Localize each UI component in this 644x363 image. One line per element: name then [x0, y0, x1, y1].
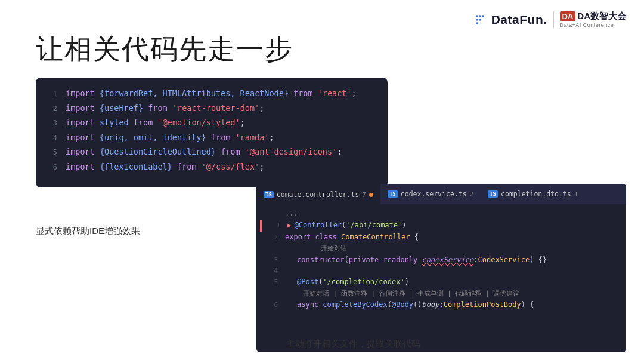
ide-code-content: ... 1 ▶ @Controller('/api/comate') 2 exp… — [256, 204, 626, 315]
da-title: DA数智大会 — [577, 11, 626, 22]
svg-point-4 — [479, 19, 481, 21]
ide-line-6: 6 async completeByCodex ( @Body () body … — [260, 299, 626, 311]
page-title: 让相关代码先走一步 — [36, 31, 293, 68]
tab-label-2: codex.service.ts — [401, 190, 467, 198]
tab-label-3: completion.dto.ts — [501, 190, 571, 198]
da-subtitle: Data+AI Conference — [560, 22, 614, 28]
svg-point-5 — [476, 22, 478, 24]
ide-line-4: 4 — [260, 266, 626, 276]
tab-count-1: 7 — [362, 191, 366, 199]
ide-line-3: 3 constructor ( private readonly codexSe… — [260, 254, 626, 266]
ide-line-5: 5 @Post ( '/completion/codex' ) — [260, 276, 626, 288]
ide-line-2: 2 export class ComateController { — [260, 232, 626, 244]
code-line-1: 1 import {forwardRef, HTMLAttributes, Re… — [45, 87, 376, 100]
ts-badge-3: TS — [488, 190, 498, 198]
code-block-top: 1 import {forwardRef, HTMLAttributes, Re… — [36, 78, 388, 187]
logo-divider — [553, 11, 554, 28]
tab-unsaved-dot-1 — [369, 193, 373, 197]
ide-line-1: 1 ▶ @Controller('/api/comate') — [260, 220, 626, 232]
ide-line-ellipsis: ... — [260, 208, 626, 220]
svg-point-3 — [476, 19, 478, 21]
datafun-logo: DataFun. — [476, 13, 547, 27]
da-conference-logo: DA DA数智大会 Data+AI Conference — [560, 11, 626, 28]
ts-badge-1: TS — [264, 191, 274, 198]
comment-zh-options: 开始对话 | 函数注释 | 行间注释 | 生成单测 | 代码解释 | 调优建议 — [303, 288, 519, 299]
datafun-logo-icon — [476, 15, 489, 24]
tab-completion-dto[interactable]: TS completion.dto.ts 1 — [481, 184, 585, 204]
tab-label-1: comate.controller.ts — [277, 190, 359, 199]
tab-codex-service[interactable]: TS codex.service.ts 2 — [380, 184, 481, 204]
label-open-related: 主动打开相关文件，提取关联代码 — [286, 339, 420, 350]
tab-count-2: 2 — [470, 190, 474, 198]
datafun-logo-text: DataFun. — [491, 13, 547, 27]
code-line-3: 3 import styled from '@emotion/styled'; — [45, 116, 376, 130]
ide-line-comment-2: 开始对话 | 函数注释 | 行间注释 | 生成单测 | 代码解释 | 调优建议 — [260, 288, 626, 299]
da-badge: DA — [560, 11, 576, 21]
ts-badge-2: TS — [388, 190, 398, 198]
accent-arrow: ▶ — [287, 220, 292, 231]
code-line-2: 2 import {useHref} from 'react-router-do… — [45, 102, 376, 115]
code-line-5: 5 import {QuestionCircleOutlined} from '… — [45, 146, 376, 159]
svg-point-2 — [482, 15, 484, 17]
code-line-4: 4 import {uniq, omit, identity} from 'ra… — [45, 131, 376, 144]
header-logo: DataFun. DA DA数智大会 Data+AI Conference — [476, 11, 626, 28]
label-ide-enhance: 显式依赖帮助IDE增强效果 — [36, 226, 140, 237]
svg-point-1 — [479, 15, 481, 17]
tab-comate-controller[interactable]: TS comate.controller.ts 7 — [256, 184, 380, 204]
svg-point-0 — [476, 15, 478, 17]
code-line-6: 6 import {flexIconLabel} from '@/css/fle… — [45, 161, 376, 174]
comment-zh-kaishi: 开始对话 — [321, 243, 347, 254]
tab-count-3: 1 — [574, 190, 578, 198]
ide-tab-bar: TS comate.controller.ts 7 TS codex.servi… — [256, 184, 626, 204]
ide-line-comment-1: 开始对话 — [260, 243, 626, 254]
ide-panel: TS comate.controller.ts 7 TS codex.servi… — [256, 184, 626, 352]
